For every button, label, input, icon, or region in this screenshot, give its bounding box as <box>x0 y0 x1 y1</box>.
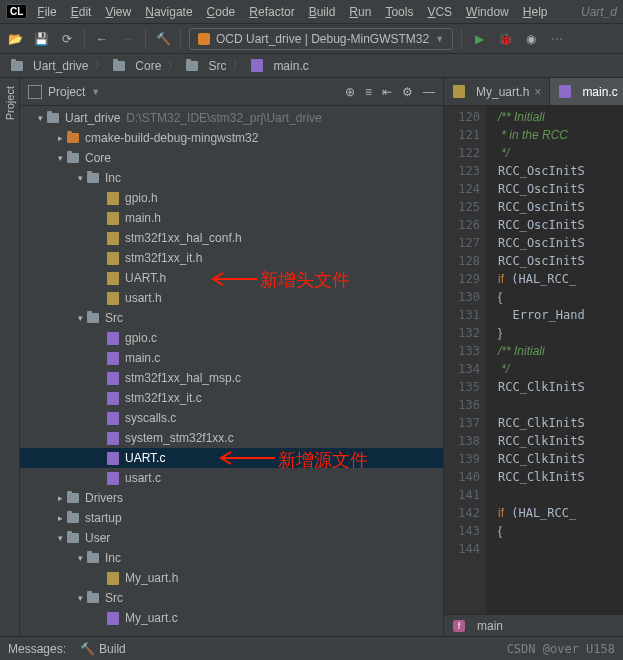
header-file-icon <box>106 211 120 225</box>
tree-item[interactable]: ▾Core <box>20 148 443 168</box>
status-tab-build[interactable]: Build <box>99 642 126 656</box>
project-header-label: Project <box>48 85 85 99</box>
tree-item[interactable]: stm32f1xx_it.c <box>20 388 443 408</box>
tree-item[interactable]: gpio.h <box>20 188 443 208</box>
forward-icon[interactable]: → <box>119 30 137 48</box>
tree-item[interactable]: My_uart.h <box>20 568 443 588</box>
tree-item[interactable]: stm32f1xx_it.h <box>20 248 443 268</box>
tree-label: User <box>85 531 110 545</box>
close-icon[interactable]: × <box>534 85 541 99</box>
crumb-uart_drive[interactable]: Uart_drive <box>8 59 90 73</box>
folder-icon <box>86 311 100 325</box>
status-tab-messages[interactable]: Messages: <box>8 642 66 656</box>
tree-item[interactable]: UART.c <box>20 448 443 468</box>
crumb-sep: 〉 <box>167 57 179 74</box>
tree-arrow[interactable]: ▸ <box>56 513 64 523</box>
tree-item[interactable]: ▾Uart_driveD:\STM32_IDE\stm32_prj\Uart_d… <box>20 108 443 128</box>
menu-refactor[interactable]: Refactor <box>249 5 294 19</box>
tree-item[interactable]: main.h <box>20 208 443 228</box>
tree-item[interactable]: ▾User <box>20 528 443 548</box>
tree-item[interactable]: system_stm32f1xx.c <box>20 428 443 448</box>
editor-tab[interactable]: My_uart.h× <box>444 78 550 105</box>
menu-file[interactable]: File <box>37 5 56 19</box>
menu-tools[interactable]: Tools <box>385 5 413 19</box>
menu-run[interactable]: Run <box>349 5 371 19</box>
crumb-src[interactable]: Src <box>183 59 228 73</box>
header-file-icon <box>106 291 120 305</box>
source-file-icon <box>106 331 120 345</box>
tree-item[interactable]: ▾Inc <box>20 168 443 188</box>
menu-vcs[interactable]: VCS <box>427 5 452 19</box>
separator <box>145 29 146 49</box>
tree-item[interactable]: usart.h <box>20 288 443 308</box>
tree-arrow[interactable]: ▸ <box>56 493 64 503</box>
tree-arrow[interactable]: ▾ <box>56 153 64 163</box>
menu-navigate[interactable]: Navigate <box>145 5 192 19</box>
tree-item[interactable]: syscalls.c <box>20 408 443 428</box>
tree-item[interactable]: stm32f1xx_hal_msp.c <box>20 368 443 388</box>
tree-arrow[interactable]: ▸ <box>56 133 64 143</box>
tree-item[interactable]: ▾Src <box>20 308 443 328</box>
tree-arrow[interactable]: ▾ <box>56 533 64 543</box>
tree-item[interactable]: My_uart.c <box>20 608 443 628</box>
tree-item[interactable]: usart.c <box>20 468 443 488</box>
code-view[interactable]: /** Initiali * in the RCC */ RCC_OscInit… <box>486 106 623 614</box>
tree-item[interactable]: ▸cmake-build-debug-mingwstm32 <box>20 128 443 148</box>
chevron-down-icon[interactable]: ▼ <box>91 87 100 97</box>
crumb-main.c[interactable]: main.c <box>248 59 310 73</box>
tree-item[interactable]: UART.h <box>20 268 443 288</box>
tree-label: main.h <box>125 211 161 225</box>
tree-label: stm32f1xx_it.h <box>125 251 202 265</box>
menu-build[interactable]: Build <box>309 5 336 19</box>
tree-item[interactable]: ▾Src <box>20 588 443 608</box>
tree-arrow[interactable]: ▾ <box>76 313 84 323</box>
tree-label: stm32f1xx_hal_msp.c <box>125 371 241 385</box>
more-icon[interactable]: ⋯ <box>548 30 566 48</box>
separator <box>461 29 462 49</box>
run-config-selector[interactable]: OCD Uart_drive | Debug-MinGWSTM32 ▼ <box>189 28 453 50</box>
tree-item[interactable]: ▸startup <box>20 508 443 528</box>
toolbar: 📂 💾 ⟳ ← → 🔨 OCD Uart_drive | Debug-MinGW… <box>0 24 623 54</box>
menu-window[interactable]: Window <box>466 5 509 19</box>
hide-icon[interactable]: — <box>423 85 435 99</box>
run-icon[interactable]: ▶ <box>470 30 488 48</box>
tree-arrow[interactable]: ▾ <box>36 113 44 123</box>
editor-tab[interactable]: main.c× <box>550 78 623 105</box>
crumb-core[interactable]: Core <box>110 59 163 73</box>
project-sidetab[interactable]: Project <box>0 78 20 636</box>
open-icon[interactable]: 📂 <box>6 30 24 48</box>
menu-code[interactable]: Code <box>207 5 236 19</box>
tree-label: usart.c <box>125 471 161 485</box>
tree-item[interactable]: ▾Inc <box>20 548 443 568</box>
tree-item[interactable]: main.c <box>20 348 443 368</box>
tab-label: My_uart.h <box>476 85 529 99</box>
collapse-icon[interactable]: ⇤ <box>382 85 392 99</box>
folder-icon <box>86 591 100 605</box>
refresh-icon[interactable]: ⟳ <box>58 30 76 48</box>
build-icon[interactable]: 🔨 <box>154 30 172 48</box>
tree-item[interactable]: ▸Drivers <box>20 488 443 508</box>
menu-view[interactable]: View <box>105 5 131 19</box>
line-gutter[interactable]: 120 121 122 123 124 125 126 127 128 129 … <box>444 106 486 614</box>
function-icon: f <box>452 619 466 633</box>
tree-item[interactable]: stm32f1xx_hal_conf.h <box>20 228 443 248</box>
coverage-icon[interactable]: ◉ <box>522 30 540 48</box>
editor-breadcrumb[interactable]: f main <box>444 614 623 636</box>
separator <box>84 29 85 49</box>
folder-icon <box>66 531 80 545</box>
tree-label: Src <box>105 591 123 605</box>
tree-item[interactable]: gpio.c <box>20 328 443 348</box>
menu-edit[interactable]: Edit <box>71 5 92 19</box>
debug-icon[interactable]: 🐞 <box>496 30 514 48</box>
back-icon[interactable]: ← <box>93 30 111 48</box>
tree-arrow[interactable]: ▾ <box>76 173 84 183</box>
save-icon[interactable]: 💾 <box>32 30 50 48</box>
project-tree[interactable]: 新增头文件 新增源文件 ▾Uart_driveD:\STM32_IDE\stm3… <box>20 106 443 636</box>
tree-arrow[interactable]: ▾ <box>76 553 84 563</box>
expand-icon[interactable]: ≡ <box>365 85 372 99</box>
menu-help[interactable]: Help <box>523 5 548 19</box>
locate-icon[interactable]: ⊕ <box>345 85 355 99</box>
settings-icon[interactable]: ⚙ <box>402 85 413 99</box>
tree-arrow[interactable]: ▾ <box>76 593 84 603</box>
project-panel-header: Project ▼ ⊕ ≡ ⇤ ⚙ — <box>20 78 443 106</box>
